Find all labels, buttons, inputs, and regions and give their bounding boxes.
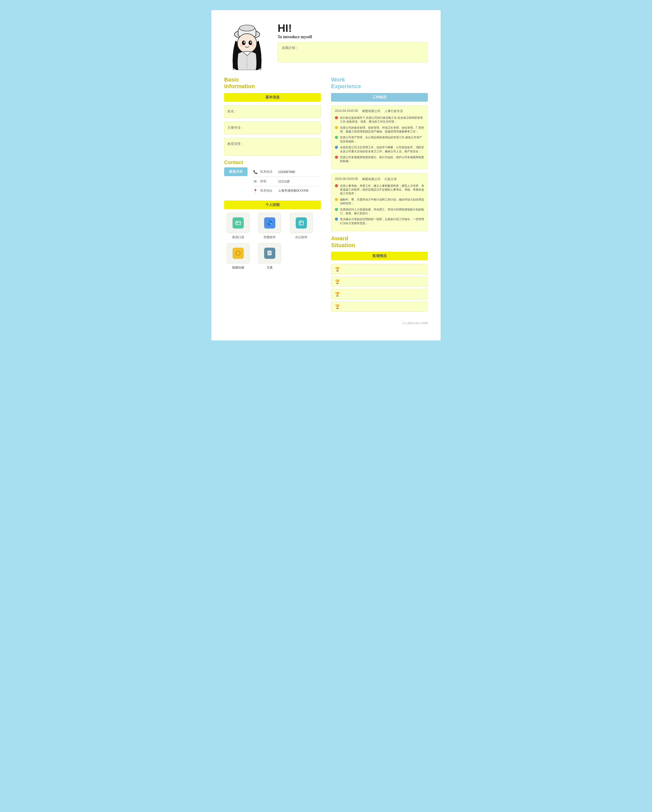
contact-email-row: ✉ 邮箱 11111@ [253,177,321,186]
work-period-2: 2015.06-2019.05 [335,177,358,182]
resume-page: HI! To introduce myself 自我介绍： BasicInfor… [212,10,440,340]
work-item-2-4: 坚决服从分管副总经理的统一指挥，认真执行其工作指令，一切管理行为向主管领导负责； [335,217,424,225]
work-card-2: 2015.06-2019.05 树图有限公司 行政主管 负责人事考核、考查工作，… [331,173,428,231]
skill-video-icon [233,248,244,259]
award-icon-3: 🏆 [335,292,340,296]
dot-blue-1 [335,146,338,149]
left-column: BasicInformation 基本信息 姓名： 主修专业： 教育背景： Co… [224,76,321,314]
skill-drawing-box [258,213,281,233]
dot-yellow-1 [335,126,338,129]
work-desc-1-1: 在行政总监的领导下,负责公司的行政后勤工作,安全保卫和班防管理工作,创造舒适、优… [340,116,424,124]
work-desc-1-5: 负责公司各项规章制度的推行、执行与追踪，维护公司各项规章制度的权威； [340,156,424,163]
skill-office-icon [296,217,307,229]
avatar-illustration [224,20,270,69]
dot-red-3 [335,184,338,187]
work-item-2-1: 负责人事考核、考查工作，建立人事档案资料库；规范人才培养、考查选拔工作程序；组织… [335,184,424,196]
avatar-area [224,20,270,69]
work-desc-2-4: 坚决服从分管副总经理的统一指挥，认真执行其工作指令，一切管理行为向主管领导负责； [340,217,424,225]
skill-drawing: 作图软件 [256,213,284,240]
phone-key: 联系电话 [260,170,276,174]
work-desc-2-2: 编制年、季、月度劳动力平衡计划和工资计划，做好劳动力划合理流动和安排； [340,198,424,206]
work-item-2-2: 编制年、季、月度劳动力平衡计划和工资计划，做好劳动力划合理流动和安排； [335,198,424,206]
svg-point-7 [244,41,245,43]
dot-blue-2 [335,218,338,221]
skill-video-box [227,243,250,263]
award-row-1: 🏆 [331,264,428,275]
award-row-3: 🏆 [331,289,428,299]
svg-rect-18 [299,221,303,225]
dot-green-2 [335,208,338,211]
work-item-1-3: 负责公司资产管理、办公用品和防保用品的管理工作,避免公司资产流失和损耗； [335,136,424,143]
basic-info-header: 基本信息 [224,93,321,102]
intro-subtitle: To introduce myself [277,35,428,39]
header-section: HI! To introduce myself 自我介绍： [224,20,428,69]
work-item-1-2: 负责公司的食堂管理、宿舍管理、环境卫生管理、绿化管理、厂房管理、基建工程管理和固… [335,126,424,134]
work-desc-1-2: 负责公司的食堂管理、宿舍管理、环境卫生管理、绿化管理、厂房管理、基建工程管理和固… [340,126,424,134]
skills-header: 个人技能 [224,200,321,209]
svg-rect-12 [236,221,241,225]
award-title: AwardSituation [331,235,428,249]
contact-address-row: 📍 联系地址 上海市浦东新区XXX街 [253,186,321,195]
email-val: 11111@ [278,180,290,183]
email-key: 邮箱 [260,179,276,183]
svg-point-16 [267,221,270,223]
contact-phone-row: 📞 联系电话 1234567890 [253,167,321,177]
work-item-2-3: 负责组织对人力资源发展、劳动用工、劳动力利用程度指标计划的制订、检查、修订及执行… [335,208,424,215]
self-intro-box: 自我介绍： [277,42,428,63]
skill-english: 英语口语 [224,213,252,240]
skill-english-label: 英语口语 [232,235,244,240]
svg-point-4 [238,34,257,53]
work-item-1-4: 全面负责公司卫生管理工作，包括学习纲要、公司迎送收齐、消防安全及公司重大活动的安… [335,145,424,153]
skill-office: 办公软件 [287,213,315,240]
basic-info-title: BasicInformation [224,76,321,90]
svg-point-6 [248,41,252,45]
work-title-1: 人事行政专员 [385,109,403,113]
svg-point-8 [250,41,251,43]
work-item-1-5: 负责公司各项规章制度的推行、执行与追踪，维护公司各项规章制度的权威； [335,156,424,163]
name-label: 姓名： [227,109,238,113]
education-label: 教育背景： [227,142,244,146]
skill-video: 视频拍摄 [224,243,252,270]
svg-point-9 [240,44,243,46]
skill-drawing-label: 作图软件 [264,235,276,240]
award-icon-4: 🏆 [335,304,340,309]
skill-copywriting-label: 文案 [267,266,273,270]
award-section: AwardSituation 奖项情况 🏆 🏆 🏆 🏆 [331,235,428,312]
work-title: WorkExperience [331,76,428,90]
work-company-2: 树图有限公司 [362,177,381,182]
skill-drawing-icon [264,217,275,229]
skill-copywriting-icon [264,248,275,259]
skill-copywriting-box [258,243,281,263]
phone-val: 1234567890 [278,170,295,174]
work-title-2: 行政主管 [385,177,397,182]
award-header: 奖项情况 [331,252,428,260]
dot-green-1 [335,136,338,139]
work-company-1: 树图有限公司 [362,109,381,113]
svg-point-17 [270,223,272,225]
award-icon-2: 🏆 [335,279,340,284]
dot-yellow-2 [335,198,338,201]
contact-left: 联系方式 [224,167,248,176]
self-intro-label: 自我介绍： [282,46,299,50]
work-desc-2-1: 负责人事考核、考查工作，建立人事档案资料库；规范人才培养、考查选拔工作程序；组织… [340,184,424,196]
work-desc-2-3: 负责组织对人力资源发展、劳动用工、劳动力利用程度指标计划的制订、检查、修订及执行… [340,208,424,215]
address-key: 联系地址 [260,189,276,193]
work-desc-1-3: 负责公司资产管理、办公用品和防保用品的管理工作,避免公司资产流失和损耗； [340,136,424,143]
dot-red-2 [335,156,338,159]
main-two-col: BasicInformation 基本信息 姓名： 主修专业： 教育背景： Co… [224,76,428,314]
work-card-1: 2014.04-2015.05 树图有限公司 人事行政专员 在行政总监的领导下,… [331,105,428,169]
email-icon: ✉ [253,179,258,184]
address-val: 上海市浦东新区XXX街 [278,189,309,193]
skill-english-icon [233,217,244,229]
basic-info-section: BasicInformation 基本信息 姓名： 主修专业： 教育背景： [224,76,321,156]
skills-grid: 英语口语 作图软件 [224,213,321,270]
award-row-2: 🏆 [331,276,428,287]
award-row-4: 🏆 [331,301,428,312]
work-desc-1-4: 全面负责公司卫生管理工作，包括学习纲要、公司迎送收齐、消防安全及公司重大活动的安… [340,145,424,153]
svg-rect-24 [268,251,272,255]
contact-title: Contact [224,159,321,165]
intro-area: HI! To introduce myself 自我介绍： [277,20,428,63]
right-column: WorkExperience 工作经历 2014.04-2015.05 树图有限… [331,76,428,314]
education-field: 教育背景： [224,138,321,156]
footer-note: 以上插图均来自千图网 [224,322,428,325]
